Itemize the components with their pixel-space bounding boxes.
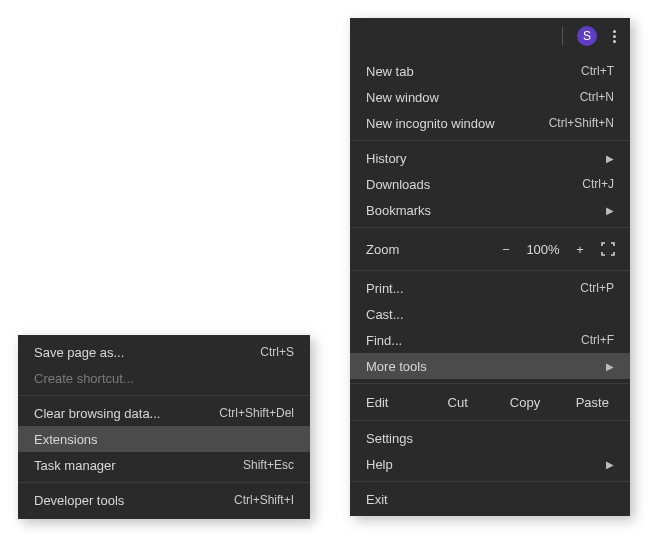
menu-item-label: Developer tools <box>34 493 124 508</box>
menu-item-zoom: Zoom − 100% + <box>350 232 630 266</box>
zoom-out-button[interactable]: − <box>492 242 520 257</box>
submenu-item-save-page[interactable]: Save page as... Ctrl+S <box>18 339 310 365</box>
chevron-right-icon: ▶ <box>606 153 614 164</box>
zoom-value: 100% <box>520 242 566 257</box>
topbar-separator <box>562 27 563 45</box>
menu-item-label: Cast... <box>366 307 404 322</box>
menu-item-find[interactable]: Find... Ctrl+F <box>350 327 630 353</box>
menu-separator <box>350 140 630 141</box>
edit-copy-button[interactable]: Copy <box>491 391 558 414</box>
menu-item-label: History <box>366 151 406 166</box>
menu-item-shortcut: Ctrl+T <box>581 64 614 78</box>
menu-separator <box>18 395 310 396</box>
menu-item-print[interactable]: Print... Ctrl+P <box>350 275 630 301</box>
menu-item-shortcut: Ctrl+P <box>580 281 614 295</box>
menu-item-shortcut: Ctrl+S <box>260 345 294 359</box>
menu-separator <box>350 270 630 271</box>
menu-item-label: New window <box>366 90 439 105</box>
chrome-main-menu: S New tab Ctrl+T New window Ctrl+N New i… <box>350 18 630 516</box>
fullscreen-icon[interactable] <box>594 242 622 256</box>
menu-item-label: Exit <box>366 492 388 507</box>
menu-item-shortcut: Shift+Esc <box>243 458 294 472</box>
menu-item-label: Downloads <box>366 177 430 192</box>
menu-item-label: Settings <box>366 431 413 446</box>
menu-separator <box>18 482 310 483</box>
chevron-right-icon: ▶ <box>606 361 614 372</box>
submenu-item-create-shortcut: Create shortcut... <box>18 365 310 391</box>
menu-item-shortcut: Ctrl+F <box>581 333 614 347</box>
menu-item-new-window[interactable]: New window Ctrl+N <box>350 84 630 110</box>
menu-item-new-incognito[interactable]: New incognito window Ctrl+Shift+N <box>350 110 630 136</box>
submenu-item-developer-tools[interactable]: Developer tools Ctrl+Shift+I <box>18 487 310 513</box>
menu-item-settings[interactable]: Settings <box>350 425 630 451</box>
zoom-label: Zoom <box>366 242 492 257</box>
menu-item-label: Clear browsing data... <box>34 406 160 421</box>
menu-item-shortcut: Ctrl+Shift+N <box>549 116 614 130</box>
submenu-item-clear-browsing-data[interactable]: Clear browsing data... Ctrl+Shift+Del <box>18 400 310 426</box>
menu-item-label: Bookmarks <box>366 203 431 218</box>
menu-item-shortcut: Ctrl+Shift+I <box>234 493 294 507</box>
menu-item-help[interactable]: Help ▶ <box>350 451 630 477</box>
menu-item-label: Extensions <box>34 432 98 447</box>
menu-item-shortcut: Ctrl+Shift+Del <box>219 406 294 420</box>
menu-item-shortcut: Ctrl+J <box>582 177 614 191</box>
menu-item-edit: Edit Cut Copy Paste <box>350 388 630 416</box>
menu-item-label: Task manager <box>34 458 116 473</box>
menu-item-label: Help <box>366 457 393 472</box>
menu-item-downloads[interactable]: Downloads Ctrl+J <box>350 171 630 197</box>
menu-item-label: More tools <box>366 359 427 374</box>
menu-item-more-tools[interactable]: More tools ▶ <box>350 353 630 379</box>
menu-item-label: New tab <box>366 64 414 79</box>
edit-paste-button[interactable]: Paste <box>559 391 626 414</box>
menu-item-bookmarks[interactable]: Bookmarks ▶ <box>350 197 630 223</box>
menu-separator <box>350 383 630 384</box>
profile-avatar[interactable]: S <box>577 26 597 46</box>
more-tools-submenu: Save page as... Ctrl+S Create shortcut..… <box>18 335 310 519</box>
menu-item-label: New incognito window <box>366 116 495 131</box>
menu-item-label: Save page as... <box>34 345 124 360</box>
menu-item-shortcut: Ctrl+N <box>580 90 614 104</box>
submenu-item-extensions[interactable]: Extensions <box>18 426 310 452</box>
menu-item-label: Create shortcut... <box>34 371 134 386</box>
menu-item-new-tab[interactable]: New tab Ctrl+T <box>350 58 630 84</box>
chevron-right-icon: ▶ <box>606 205 614 216</box>
menu-item-label: Find... <box>366 333 402 348</box>
menu-item-cast[interactable]: Cast... <box>350 301 630 327</box>
kebab-menu-icon[interactable] <box>611 28 618 45</box>
edit-cut-button[interactable]: Cut <box>424 391 491 414</box>
edit-label: Edit <box>366 395 424 410</box>
zoom-in-button[interactable]: + <box>566 242 594 257</box>
menu-item-label: Print... <box>366 281 404 296</box>
chevron-right-icon: ▶ <box>606 459 614 470</box>
submenu-item-task-manager[interactable]: Task manager Shift+Esc <box>18 452 310 478</box>
menu-item-exit[interactable]: Exit <box>350 486 630 512</box>
menu-topbar: S <box>350 18 630 54</box>
menu-separator <box>350 227 630 228</box>
menu-item-history[interactable]: History ▶ <box>350 145 630 171</box>
menu-separator <box>350 420 630 421</box>
menu-separator <box>350 481 630 482</box>
